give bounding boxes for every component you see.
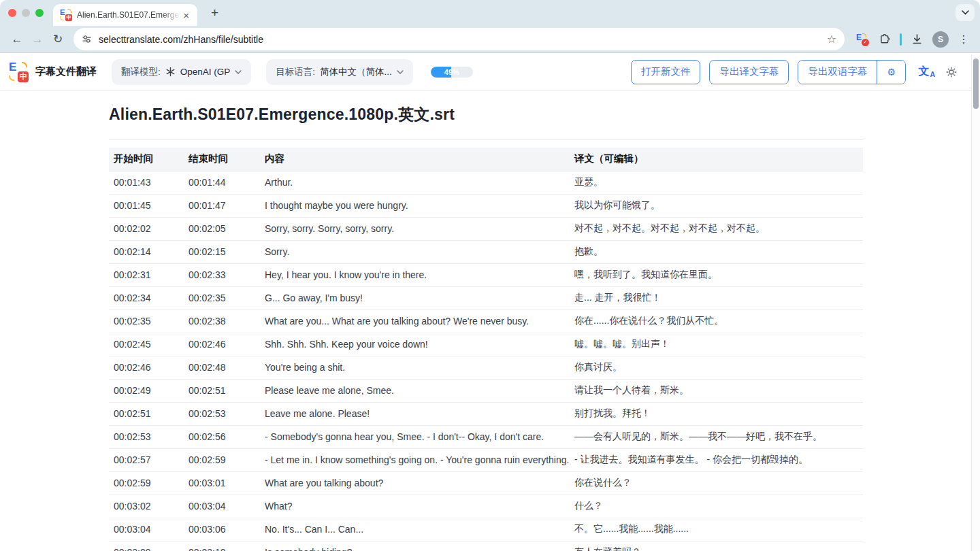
end-time-cell: 00:02:35 (184, 286, 260, 310)
start-time-header: 开始时间 (109, 148, 184, 171)
model-select-value: OpenAI (GP (180, 67, 231, 77)
page-scrollbar[interactable] (971, 54, 980, 551)
subtitle-row: 00:02:34 00:02:35 G... Go away, I'm busy… (109, 286, 863, 310)
translation-cell[interactable]: 有人在藏着吗？ (570, 541, 863, 551)
subtitle-row: 00:02:49 00:02:51 Please leave me alone,… (109, 379, 863, 402)
translation-cell[interactable]: 嘿，我听到了。我知道你在里面。 (570, 263, 863, 286)
translation-cell[interactable]: 你在......你在说什么？我们从不忙。 (570, 310, 863, 333)
source-text-header: 内容 (260, 148, 570, 171)
source-text-cell: What are you... What are you talking abo… (260, 310, 570, 333)
browser-window: E 中 Alien.Earth.S01E07.Emergenc × + ← → … (0, 0, 980, 551)
toolbar-icons: E ✓ S ⋮ (850, 31, 973, 48)
end-time-cell: 00:03:10 (184, 541, 260, 551)
traffic-lights (0, 9, 50, 17)
reload-button[interactable]: ↻ (48, 29, 68, 50)
start-time-cell: 00:02:34 (109, 286, 184, 310)
start-time-cell: 00:02:35 (109, 310, 184, 333)
theme-toggle-button[interactable] (946, 67, 957, 78)
translation-cell[interactable]: 走... 走开，我很忙！ (570, 286, 863, 310)
app-header: E 中 字幕文件翻译 翻译模型: OpenAI (GP 目标语言: 简体中文（简… (0, 53, 980, 91)
browser-menu-button[interactable]: ⋮ (958, 33, 969, 46)
translation-cell[interactable]: 什么？ (570, 495, 863, 518)
subtitle-row: 00:02:51 00:02:53 Leave me alone. Please… (109, 402, 863, 425)
translation-cell[interactable]: - 让我进去。我知道有事发生。 - 你会把一切都毁掉的。 (570, 448, 863, 471)
source-text-cell: Arthur. (260, 171, 570, 194)
source-text-cell: Is somebody hiding? (260, 541, 570, 551)
subtitle-row: 00:02:53 00:02:56 - Somebody's gonna hea… (109, 425, 863, 448)
source-text-cell: Please leave me alone, Smee. (260, 379, 570, 402)
translation-cell[interactable]: 不。它......我能......我能...... (570, 518, 863, 541)
translation-cell[interactable]: 请让我一个人待着，斯米。 (570, 379, 863, 402)
scrollbar-thumb[interactable] (973, 59, 979, 109)
start-time-cell: 00:02:02 (109, 217, 184, 240)
chevron-down-icon (235, 70, 242, 74)
site-favicon-icon: E 中 (60, 9, 72, 21)
translation-progress-bar: 49% (431, 67, 473, 78)
settings-gear-button[interactable]: ⚙ (877, 61, 905, 84)
end-time-cell: 00:02:56 (184, 425, 260, 448)
end-time-cell: 00:02:48 (184, 356, 260, 379)
extensions-puzzle-button[interactable] (879, 33, 890, 45)
back-button[interactable]: ← (7, 29, 27, 50)
translation-cell[interactable]: 抱歉。 (570, 240, 863, 263)
end-time-cell: 00:02:38 (184, 310, 260, 333)
translation-cell[interactable]: 你真讨厌。 (570, 356, 863, 379)
tab-search-button[interactable] (956, 4, 975, 21)
model-select[interactable]: 翻译模型: OpenAI (GP (112, 59, 251, 85)
translation-cell[interactable]: ——会有人听见的，斯米。——我不——好吧，我不在乎。 (570, 425, 863, 448)
openai-icon (165, 67, 176, 77)
translate-icon-button[interactable]: 文A (918, 65, 935, 79)
translate-extension-button[interactable]: E ✓ (855, 33, 869, 46)
bookmark-star-button[interactable]: ☆ (827, 33, 836, 46)
tab-close-icon[interactable]: × (180, 9, 192, 22)
start-time-cell: 00:02:57 (109, 448, 184, 471)
forward-button[interactable]: → (27, 29, 48, 50)
translation-cell[interactable]: 亚瑟。 (570, 171, 863, 194)
close-window-button[interactable] (8, 9, 16, 17)
translation-cell[interactable]: 我以为你可能饿了。 (570, 194, 863, 217)
downloads-button[interactable] (911, 33, 923, 45)
end-time-cell: 00:02:53 (184, 402, 260, 425)
translation-header: 译文（可编辑） (570, 148, 863, 171)
source-text-cell: G... Go away, I'm busy! (260, 286, 570, 310)
address-bar[interactable]: selecttranslate.com/zhHans/file/subtitle… (74, 28, 845, 50)
end-time-cell: 00:02:05 (184, 217, 260, 240)
source-text-cell: I thought maybe you were hungry. (260, 194, 570, 217)
translation-cell[interactable]: 对不起，对不起。对不起，对不起，对不起。 (570, 217, 863, 240)
subtitle-row: 00:02:57 00:02:59 - Let me in. I know so… (109, 448, 863, 471)
progress-label: 49% (431, 67, 473, 78)
start-time-cell: 00:02:59 (109, 471, 184, 495)
target-language-select[interactable]: 目标语言: 简体中文（简体... (266, 59, 413, 85)
new-tab-button[interactable]: + (207, 5, 223, 20)
start-time-cell: 00:03:09 (109, 541, 184, 551)
translation-cell[interactable]: 别打扰我。拜托！ (570, 402, 863, 425)
source-text-cell: Sorry. (260, 240, 570, 263)
url-text: selecttranslate.com/zhHans/file/subtitle (99, 34, 827, 45)
subtitle-row: 00:02:14 00:02:15 Sorry. 抱歉。 (109, 240, 863, 263)
app-logo-icon: E 中 (8, 62, 29, 82)
title-divider (109, 139, 863, 140)
language-select-label: 目标语言: (276, 66, 315, 78)
export-bilingual-subtitle-button[interactable]: 导出双语字幕 (798, 61, 877, 84)
end-time-cell: 00:02:51 (184, 379, 260, 402)
open-new-file-button[interactable]: 打开新文件 (631, 60, 701, 84)
export-translated-subtitle-button[interactable]: 导出译文字幕 (709, 60, 789, 84)
minimize-window-button[interactable] (22, 9, 30, 17)
toolbar-divider (900, 33, 902, 46)
subtitle-table: 开始时间 结束时间 内容 译文（可编辑） 00:01:43 00:01:44 A… (109, 148, 863, 551)
end-time-cell: 00:02:15 (184, 240, 260, 263)
translation-cell[interactable]: 嘘。嘘。嘘。别出声！ (570, 333, 863, 356)
end-time-cell: 00:01:47 (184, 194, 260, 217)
end-time-cell: 00:03:04 (184, 495, 260, 518)
translation-cell[interactable]: 你在说什么？ (570, 471, 863, 495)
zoom-window-button[interactable] (35, 9, 44, 17)
source-text-cell: What are you talking about? (260, 471, 570, 495)
profile-avatar[interactable]: S (932, 31, 949, 48)
browser-tab[interactable]: E 中 Alien.Earth.S01E07.Emergenc × (53, 4, 197, 26)
subtitle-row: 00:02:59 00:03:01 What are you talking a… (109, 471, 863, 495)
subtitle-row: 00:01:45 00:01:47 I thought maybe you we… (109, 194, 863, 217)
end-time-cell: 00:03:01 (184, 471, 260, 495)
model-select-label: 翻译模型: (121, 66, 161, 78)
start-time-cell: 00:02:45 (109, 333, 184, 356)
site-info-icon[interactable] (82, 34, 92, 44)
